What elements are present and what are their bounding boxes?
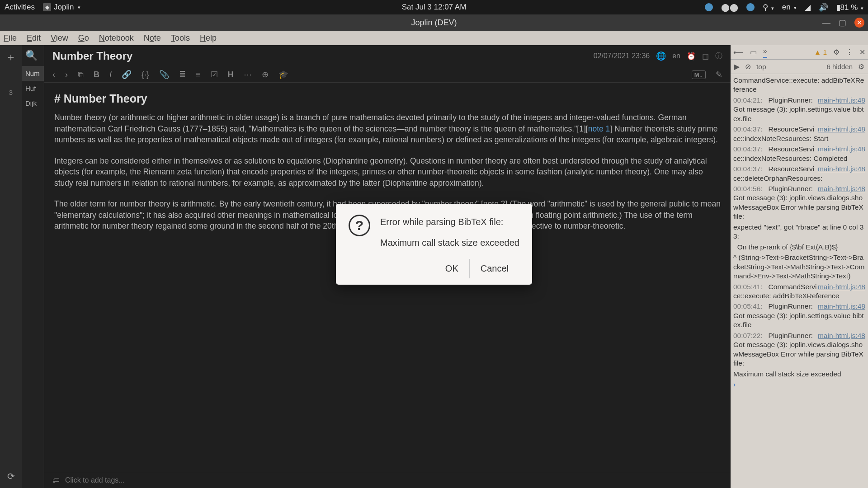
code-button[interactable]: {·} (142, 70, 149, 80)
tag-icon: 🏷 (52, 476, 60, 484)
devtools-context[interactable]: top (756, 63, 766, 71)
console-entry: CommandService::execute: addBibTeXRefere… (733, 76, 865, 94)
note-link[interactable]: note 1 (588, 124, 610, 133)
console-entry: On the p-rank of {$\bf Ext(A,B)$} (733, 243, 865, 252)
note-title-input[interactable]: Number Theory (52, 50, 587, 62)
link-button[interactable]: 🔗 (122, 70, 132, 80)
discord-icon[interactable]: ⬤⬤ (721, 3, 738, 12)
note-paragraph: Number theory (or arithmetic or higher a… (54, 112, 721, 145)
devtools-device-icon[interactable]: ▭ (750, 48, 757, 56)
devtools-more-tabs[interactable]: » (763, 47, 767, 58)
note-list: 🔍 Num Huf Dijk (22, 45, 44, 488)
bold-button[interactable]: B (94, 70, 99, 80)
gear-icon[interactable]: ⚙ (858, 63, 864, 71)
checkbox-list-button[interactable]: ☑ (211, 70, 218, 80)
menu-note[interactable]: Note (144, 33, 161, 43)
app-menu[interactable]: ◆ Joplin ▾ (43, 3, 80, 12)
info-icon[interactable]: ⓘ (715, 52, 722, 61)
search-icon[interactable]: 🔍 (25, 50, 44, 61)
globe-icon[interactable]: 🌐 (656, 51, 666, 61)
tag-placeholder: Click to add tags... (65, 476, 125, 484)
console-entry: expected "text", got "rbrace" at line 0 … (733, 223, 865, 241)
console-entry: main-html.js:4800:05:41: PluginRunner: G… (733, 302, 865, 329)
cancel-button[interactable]: Cancel (469, 259, 519, 278)
devtools-console[interactable]: CommandService::execute: addBibTeXRefere… (731, 74, 868, 488)
note-paragraph: Integers can be considered either in the… (54, 155, 721, 189)
italic-button[interactable]: I (109, 70, 112, 80)
tag-bar[interactable]: 🏷 Click to add tags... (44, 472, 731, 488)
dialog-message-line2: Maximum call stack size exceeded (380, 235, 519, 250)
numbered-list-button[interactable]: ≡ (196, 70, 201, 80)
nav-back-button[interactable]: ‹ (52, 70, 55, 80)
menu-view[interactable]: View (51, 33, 68, 43)
toggle-editor-button[interactable]: ✎ (716, 70, 722, 80)
layout-toggle-icon[interactable]: ▥ (702, 52, 709, 61)
joplin-app-icon: ◆ (43, 3, 51, 11)
window-close-button[interactable]: ✕ (854, 18, 864, 28)
nav-forward-button[interactable]: › (65, 70, 68, 80)
bullet-list-button[interactable]: ≣ (179, 70, 186, 80)
console-entry: main-html.js:4800:04:37: ResourceService… (733, 145, 865, 163)
console-entry: ^ (String->Text->BracketString->Text->Br… (733, 253, 865, 281)
console-entry: Maximum call stack size exceeded (733, 370, 865, 379)
console-entry: main-html.js:4800:04:37: ResourceService… (733, 164, 865, 183)
note-list-item[interactable]: Num (22, 66, 44, 81)
accessibility-icon[interactable]: ⚲ ▾ (763, 3, 774, 12)
devtools-inspect-icon[interactable]: ⟵ (733, 48, 744, 56)
menu-file[interactable]: File (4, 33, 17, 43)
insert-time-button[interactable]: ⊕ (262, 70, 269, 80)
dialog-message-line1: Error while parsing BibTeX file: (380, 215, 519, 229)
tray-icon-2[interactable] (746, 3, 755, 11)
devtools-close-icon[interactable]: ✕ (859, 48, 865, 56)
sidebar: ＋ 3 ⟳ (0, 45, 22, 488)
console-entry: main-html.js:4800:04:37: ResourceService… (733, 125, 865, 143)
note-heading: # Number Theory (54, 91, 721, 107)
console-entry: main-html.js:4800:04:21: PluginRunner: G… (733, 96, 865, 123)
menu-tools[interactable]: Tools (171, 33, 190, 43)
question-icon: ? (349, 215, 370, 236)
chevron-down-icon: ▾ (78, 5, 80, 10)
console-entry: main-html.js:4800:07:22: PluginRunner: G… (733, 331, 865, 368)
devtools-panel: ⟵ ▭ » ▲ 1 ⚙ ⋮ ✕ ▶ ⊘ top 6 hidden ⚙ Comma… (731, 45, 868, 488)
hr-button[interactable]: ⋯ (244, 70, 252, 80)
menu-go[interactable]: Go (78, 33, 89, 43)
battery-indicator[interactable]: ▮81 % ▾ (836, 3, 863, 12)
bibtex-button[interactable]: 🎓 (278, 70, 288, 80)
attach-button[interactable]: 📎 (159, 70, 169, 80)
tray-icon-1[interactable] (705, 3, 713, 11)
note-list-item[interactable]: Huf (22, 81, 44, 96)
console-entry: main-html.js:4800:05:41: CommandService:… (733, 282, 865, 301)
console-prompt[interactable]: › (733, 380, 865, 389)
devtools-clear-icon[interactable]: ⊘ (745, 63, 751, 71)
devtools-warning-count[interactable]: ▲ 1 (814, 48, 827, 56)
gnome-topbar: Activities ◆ Joplin ▾ Sat Jul 3 12:07 AM… (0, 0, 868, 14)
clock[interactable]: Sat Jul 3 12:07 AM (402, 3, 467, 12)
note-list-item[interactable]: Dijk (22, 96, 44, 111)
sync-button[interactable]: ⟳ (7, 471, 15, 482)
language-indicator[interactable]: en ▾ (782, 3, 797, 12)
devtools-play-icon[interactable]: ▶ (734, 63, 740, 71)
window-maximize-button[interactable]: ▢ (839, 18, 846, 28)
external-edit-icon[interactable]: ⧉ (78, 70, 84, 80)
menu-edit[interactable]: Edit (27, 33, 41, 43)
ok-button[interactable]: OK (434, 259, 469, 278)
gear-icon[interactable]: ⚙ (833, 48, 840, 56)
devtools-hidden-count[interactable]: 6 hidden (826, 63, 853, 70)
spellcheck-lang[interactable]: en (672, 52, 680, 60)
window-titlebar: Joplin (DEV) — ▢ ✕ (0, 14, 868, 31)
app-menu-label: Joplin (54, 3, 74, 12)
console-entry: main-html.js:4800:04:56: PluginRunner: G… (733, 184, 865, 221)
menu-notebook[interactable]: Notebook (99, 33, 134, 43)
alarm-icon[interactable]: ⏰ (687, 52, 696, 61)
wifi-icon[interactable]: ◢ (805, 3, 811, 12)
heading-button[interactable]: H (228, 70, 234, 80)
volume-icon[interactable]: 🔊 (819, 3, 828, 12)
activities-button[interactable]: Activities (5, 3, 35, 12)
markdown-badge: M↓ (692, 70, 706, 79)
devtools-menu-icon[interactable]: ⋮ (846, 48, 853, 56)
window-minimize-button[interactable]: — (822, 18, 830, 28)
new-note-button[interactable]: ＋ (5, 50, 16, 64)
app-menubar: File Edit View Go Notebook Note Tools He… (0, 31, 868, 45)
menu-help[interactable]: Help (200, 33, 217, 43)
editor-toolbar: ‹ › ⧉ B I 🔗 {·} 📎 ≣ ≡ ☑ H ⋯ ⊕ 🎓 M↓ ✎ (44, 67, 731, 83)
